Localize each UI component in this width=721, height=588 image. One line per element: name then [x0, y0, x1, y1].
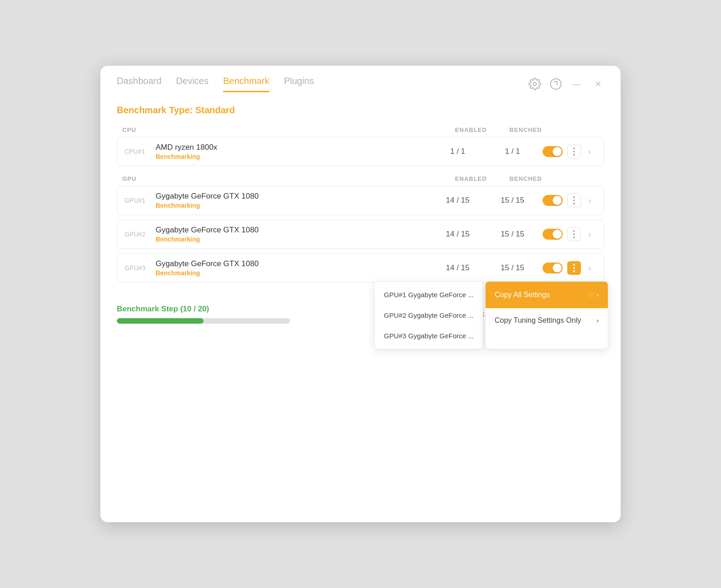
progress-bar-fill [117, 318, 204, 324]
chevron-right-icon: › [588, 230, 591, 239]
app-window: Dashboard Devices Benchmark Plugins — [100, 66, 621, 522]
gpu1-label: GPU#1 [125, 197, 152, 204]
gpu1-info: Gygabyte GeForce GTX 1080 Benchmarking [156, 192, 430, 209]
close-button[interactable]: ✕ [591, 78, 604, 90]
gpu3-status: Benchmarking [156, 269, 430, 277]
gpu1-expand-button[interactable]: › [583, 196, 596, 205]
cpu1-enabled: 1 / 1 [430, 147, 485, 156]
cpu-section: CPU ENABLED BENCHED CPU#1 AMD ryzen 1800… [117, 126, 604, 166]
dot-icon [573, 151, 575, 152]
gpu3-label: GPU#3 [125, 264, 152, 272]
close-icon: ✕ [595, 79, 601, 89]
help-icon [549, 78, 562, 90]
dot-icon [573, 154, 575, 156]
gpu-col-device: GPU [122, 175, 444, 182]
dot-icon [573, 200, 575, 201]
chevron-right-icon: › [596, 317, 599, 324]
gpu3-more-button[interactable] [567, 261, 581, 275]
table-row: GPU#3 Gygabyte GeForce GTX 1080 Benchmar… [117, 253, 604, 283]
gpu2-enabled: 14 / 15 [430, 230, 485, 239]
copy-menu: Copy All Settings ☞ › Copy Tuning Settin… [485, 281, 608, 349]
dot-icon [573, 147, 575, 149]
chevron-right-icon: › [588, 263, 591, 273]
tab-devices[interactable]: Devices [176, 76, 209, 92]
gpu2-dots-area [565, 227, 583, 241]
cpu-col-enabled: ENABLED [444, 126, 498, 133]
window-controls: — ✕ [528, 78, 604, 90]
gpu1-benched: 15 / 15 [485, 196, 540, 205]
copy-all-settings-button[interactable]: Copy All Settings ☞ › [486, 282, 608, 308]
dot-icon [573, 203, 575, 205]
benchmark-type-label: Benchmark Type: Standard [117, 105, 604, 116]
gpu3-dots-area [565, 261, 583, 275]
gpu2-name: Gygabyte GeForce GTX 1080 [156, 226, 430, 235]
gpu2-expand-button[interactable]: › [583, 230, 596, 239]
gpu1-toggle-area [540, 195, 565, 206]
gpu1-dots-area [565, 194, 583, 207]
gpu1-enabled: 14 / 15 [430, 196, 485, 205]
cpu-col-benched: BENCHED [498, 126, 553, 133]
tab-plugins[interactable]: Plugins [284, 76, 314, 92]
dot-icon [573, 236, 575, 238]
copy-tuning-settings-button[interactable]: Copy Tuning Settings Only › [486, 308, 608, 333]
dot-icon [573, 264, 575, 266]
tab-dashboard[interactable]: Dashboard [117, 76, 162, 92]
cpu-col-device: CPU [122, 126, 444, 133]
cpu1-benched: 1 / 1 [485, 147, 540, 156]
dot-icon [573, 233, 575, 235]
cpu1-name: AMD ryzen 1800x [156, 143, 430, 152]
dot-icon [573, 196, 575, 198]
cpu1-dots-area [565, 145, 583, 158]
gpu3-expand-button[interactable]: › [583, 263, 596, 273]
tab-benchmark[interactable]: Benchmark [223, 76, 269, 92]
sub-device-item[interactable]: GPU#1 Gygabyte GeForce ... [375, 284, 483, 305]
benchmark-step-label: Benchmark Step (10 / 20) [117, 304, 384, 314]
cpu1-expand-button[interactable]: › [583, 147, 596, 157]
context-menu-area: GPU#1 Gygabyte GeForce ... GPU#2 Gygabyt… [374, 281, 608, 349]
gpu1-more-button[interactable] [567, 194, 581, 207]
gpu3-toggle[interactable] [543, 262, 563, 273]
chevron-right-icon: › [588, 147, 591, 157]
table-row: GPU#2 Gygabyte GeForce GTX 1080 Benchmar… [117, 220, 604, 249]
gpu3-enabled: 14 / 15 [430, 263, 485, 273]
sub-device-item[interactable]: GPU#2 Gygabyte GeForce ... [375, 305, 483, 326]
sub-devices-menu: GPU#1 Gygabyte GeForce ... GPU#2 Gygabyt… [374, 281, 483, 349]
cpu1-toggle[interactable] [543, 146, 563, 157]
gpu2-benched: 15 / 15 [485, 230, 540, 239]
titlebar: Dashboard Devices Benchmark Plugins — [100, 66, 621, 92]
dot-icon [573, 230, 575, 232]
gpu-section-header: GPU ENABLED BENCHED [117, 175, 604, 182]
gpu3-info: Gygabyte GeForce GTX 1080 Benchmarking [156, 259, 430, 277]
cpu1-toggle-area [540, 146, 565, 157]
gpu2-toggle[interactable] [543, 229, 563, 240]
gpu2-label: GPU#2 [125, 231, 152, 238]
gpu3-toggle-area [540, 262, 565, 273]
gpu1-name: Gygabyte GeForce GTX 1080 [156, 192, 430, 201]
chevron-right-icon: › [596, 291, 599, 299]
gpu1-status: Benchmarking [156, 202, 430, 209]
cpu1-status: Benchmarking [156, 153, 430, 160]
svg-point-0 [533, 83, 537, 86]
minimize-button[interactable]: — [570, 78, 583, 90]
gear-icon [528, 78, 541, 90]
copy-tuning-settings-label: Copy Tuning Settings Only [495, 316, 581, 325]
gpu2-status: Benchmarking [156, 236, 430, 243]
cpu1-more-button[interactable] [567, 145, 581, 158]
cpu1-label: CPU#1 [125, 148, 152, 155]
copy-all-settings-label: Copy All Settings [495, 291, 550, 299]
cpu1-info: AMD ryzen 1800x Benchmarking [156, 143, 430, 160]
table-row: GPU#1 Gygabyte GeForce GTX 1080 Benchmar… [117, 186, 604, 215]
main-content: Benchmark Type: Standard CPU ENABLED BEN… [100, 92, 621, 283]
progress-bar-bg [117, 318, 290, 324]
cursor-icon: ☞ [587, 290, 595, 300]
gpu-section: GPU ENABLED BENCHED GPU#1 Gygabyte GeFor… [117, 175, 604, 283]
gpu2-info: Gygabyte GeForce GTX 1080 Benchmarking [156, 226, 430, 243]
sub-device-item[interactable]: GPU#3 Gygabyte GeForce ... [375, 326, 483, 346]
help-button[interactable] [549, 78, 562, 90]
gpu2-more-button[interactable] [567, 227, 581, 241]
dot-icon [573, 270, 575, 272]
settings-button[interactable] [528, 78, 541, 90]
gpu3-name: Gygabyte GeForce GTX 1080 [156, 259, 430, 268]
nav-tabs: Dashboard Devices Benchmark Plugins [117, 76, 314, 92]
gpu1-toggle[interactable] [543, 195, 563, 206]
